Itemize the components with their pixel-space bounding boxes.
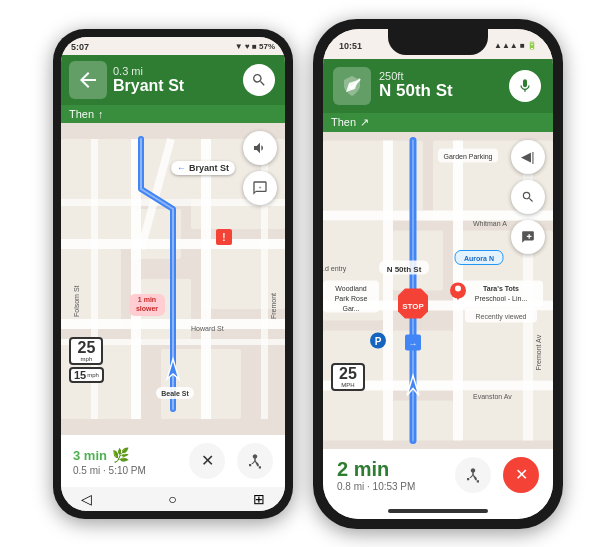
ios-float-buttons: ◀| [511, 140, 545, 254]
android-direction-icon [69, 61, 107, 99]
ios-bottom-bar: 2 min 0.8 mi · 10:53 PM ✕ [323, 449, 553, 505]
android-nav-bar: ◁ ○ ⊞ [61, 487, 285, 511]
android-time: 5:07 [71, 42, 89, 52]
ios-then-icon: ↗ [360, 116, 369, 129]
svg-text:STOP: STOP [402, 301, 424, 310]
android-nav-street: Bryant St [113, 77, 237, 95]
svg-text:P: P [375, 335, 382, 346]
android-speed-secondary: 15 mph [69, 367, 104, 383]
svg-rect-45 [383, 140, 393, 440]
svg-text:.d entry: .d entry [323, 264, 347, 272]
svg-text:Recently viewed: Recently viewed [476, 312, 527, 320]
android-sound-button[interactable] [243, 131, 277, 165]
android-search-button[interactable] [243, 64, 275, 96]
android-eta-info: 3 min 🌿 0.5 mi · 5:10 PM [73, 445, 146, 476]
ios-network-icons: ▲▲▲ ■ 🔋 [494, 41, 537, 50]
android-nav-distance: 0.3 mi [113, 65, 237, 77]
svg-text:Evanston Av: Evanston Av [473, 392, 512, 399]
svg-text:Tara's Tots: Tara's Tots [483, 284, 519, 291]
svg-text:Garden Parking: Garden Parking [443, 152, 492, 160]
ios-search-button[interactable] [511, 180, 545, 214]
svg-text:Folsom St: Folsom St [73, 285, 80, 317]
ios-close-icon: ✕ [515, 465, 528, 484]
svg-text:Aurora N: Aurora N [464, 254, 494, 261]
ios-nav-text: 250ft N 50th St [379, 70, 501, 101]
ios-then-label: Then [331, 116, 356, 128]
android-feedback-button[interactable]: + [243, 171, 277, 205]
svg-text:Park Rose: Park Rose [335, 294, 368, 301]
ios-speed-limit: 25 MPH [331, 363, 365, 391]
android-apps-btn[interactable]: ⊞ [253, 491, 265, 507]
android-status-icons: ▼ ♥ ■ 57% [235, 42, 275, 51]
ios-bottom-actions: ✕ [455, 457, 539, 493]
android-then-bar: Then ↑ [61, 105, 285, 123]
android-close-icon: ✕ [201, 451, 214, 470]
bryant-st-label: ← Bryant St [171, 161, 235, 175]
ios-map-area[interactable]: STOP → N 50th St P Tara's Tots Preschool… [323, 132, 553, 449]
svg-text:Howard St: Howard St [191, 325, 224, 332]
android-nav-header: 0.3 mi Bryant St [61, 55, 285, 105]
ios-direction-icon [333, 67, 371, 105]
ios-sound-button[interactable]: ◀| [511, 140, 545, 174]
ios-then-bar: Then ↗ [323, 113, 553, 132]
ios-route-button[interactable] [455, 457, 491, 493]
android-eta-duration: 3 min [73, 448, 107, 463]
ios-speed-box: 25 MPH [331, 363, 365, 391]
android-eta-time: 3 min 🌿 [73, 445, 146, 465]
ios-nav-header: 250ft N 50th St [323, 59, 553, 113]
android-speed-unit: mph [71, 356, 101, 363]
android-then-icon: ↑ [98, 108, 104, 120]
ios-eta-time: 2 min [337, 458, 415, 481]
svg-text:slower: slower [136, 305, 158, 312]
svg-text:Whitman A: Whitman A [473, 219, 507, 226]
android-then-label: Then [69, 108, 94, 120]
android-battery: ▼ ♥ ■ 57% [235, 42, 275, 51]
ios-nav-street: N 50th St [379, 82, 501, 101]
android-float-buttons: + [243, 131, 277, 205]
svg-text:1 min: 1 min [138, 296, 156, 303]
svg-text:Beale St: Beale St [161, 390, 189, 397]
android-bottom-bar: 3 min 🌿 0.5 mi · 5:10 PM ✕ [61, 435, 285, 487]
ios-status-bar: 10:51 ▲▲▲ ■ 🔋 [323, 29, 553, 59]
ios-status-icons: ▲▲▲ ■ 🔋 [494, 41, 537, 50]
ios-speed-number: 25 [333, 366, 363, 382]
ios-time: 10:51 [339, 41, 362, 51]
android-phone: 5:07 ▼ ♥ ■ 57% 0.3 mi Bryant St [53, 29, 293, 519]
ios-mic-button[interactable] [509, 70, 541, 102]
android-speed-number: 25 [71, 340, 101, 356]
svg-text:Fremont: Fremont [270, 292, 277, 318]
ios-home-indicator [323, 505, 553, 519]
android-speed-box: 25 mph [69, 337, 103, 365]
ios-screen: 10:51 ▲▲▲ ■ 🔋 250ft N 50th St [323, 29, 553, 519]
android-speed-limit: 25 mph 15 mph [69, 337, 104, 383]
ios-close-button[interactable]: ✕ [503, 457, 539, 493]
android-close-button[interactable]: ✕ [189, 443, 225, 479]
ios-feedback-button[interactable] [511, 220, 545, 254]
svg-rect-32 [323, 140, 423, 210]
android-route-button[interactable] [237, 443, 273, 479]
bryant-st-text: Bryant St [189, 163, 229, 173]
svg-text:Gar...: Gar... [342, 304, 359, 311]
svg-text:!: ! [222, 232, 225, 243]
android-screen: 5:07 ▼ ♥ ■ 57% 0.3 mi Bryant St [61, 37, 285, 511]
android-map-area[interactable]: ! 1 min slower Folsom St Howard St Fremo… [61, 123, 285, 435]
svg-text:Preschool - Lin...: Preschool - Lin... [475, 294, 528, 301]
svg-text:N 50th St: N 50th St [387, 264, 422, 273]
android-eta-details: 0.5 mi · 5:10 PM [73, 465, 146, 476]
svg-rect-41 [393, 400, 453, 440]
android-home-btn[interactable]: ○ [168, 491, 176, 507]
ios-home-bar[interactable] [388, 509, 488, 513]
ios-eta-details: 0.8 mi · 10:53 PM [337, 481, 415, 492]
svg-text:+: + [258, 184, 261, 190]
ios-eta-info: 2 min 0.8 mi · 10:53 PM [337, 458, 415, 492]
android-eta-leaf: 🌿 [112, 447, 129, 463]
svg-text:Fremont Av: Fremont Av [535, 334, 542, 370]
android-nav-text: 0.3 mi Bryant St [113, 65, 237, 95]
svg-text:→: → [409, 338, 418, 348]
svg-rect-15 [201, 139, 211, 419]
ios-phone: 10:51 ▲▲▲ ■ 🔋 250ft N 50th St [313, 19, 563, 529]
android-bottom-actions: ✕ [189, 443, 273, 479]
android-status-bar: 5:07 ▼ ♥ ■ 57% [61, 37, 285, 55]
ios-speed-unit: MPH [333, 382, 363, 389]
android-back-btn[interactable]: ◁ [81, 491, 92, 507]
